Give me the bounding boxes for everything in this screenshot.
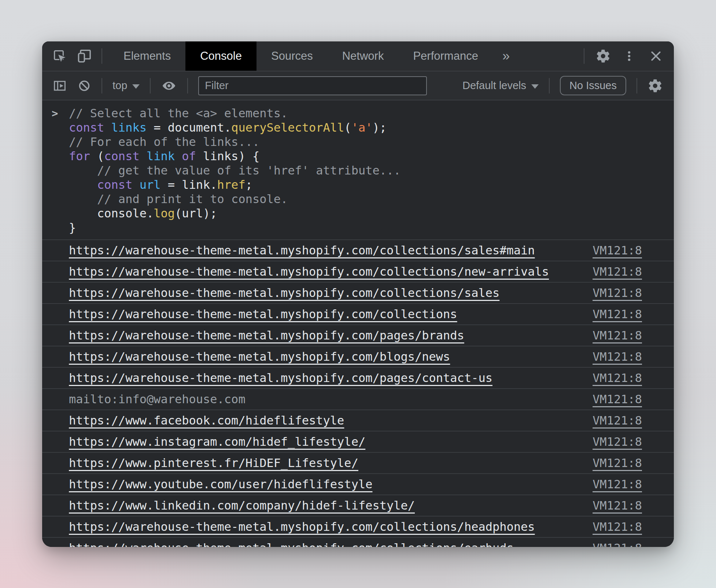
tab-console[interactable]: Console <box>185 41 256 71</box>
code-token: url <box>140 178 161 192</box>
javascript-context-dropdown[interactable]: top <box>112 80 140 92</box>
console-settings-button[interactable] <box>647 78 663 93</box>
divider <box>584 48 584 64</box>
settings-button[interactable] <box>595 48 611 64</box>
console-entry: https://warehouse-theme-metal.myshopify.… <box>42 517 674 538</box>
console-toolbar: top Default levels No Issues <box>42 71 674 100</box>
code-token: // and print it to console. <box>97 192 288 206</box>
logged-url-link[interactable]: https://warehouse-theme-metal.myshopify.… <box>69 520 535 534</box>
no-issues-button[interactable]: No Issues <box>560 76 626 95</box>
console-entry: mailto:info@warehouse.comVM121:8 <box>42 389 674 410</box>
source-location-link[interactable]: VM121:8 <box>578 414 642 427</box>
source-location-link[interactable]: VM121:8 <box>578 435 642 449</box>
code-token: link <box>147 149 175 163</box>
console-entry: https://www.pinterest.fr/HiDEF_Lifestyle… <box>42 453 674 474</box>
close-devtools-button[interactable] <box>649 49 663 63</box>
code-token: const <box>69 121 104 135</box>
console-output: https://warehouse-theme-metal.myshopify.… <box>42 239 674 547</box>
divider <box>102 48 102 64</box>
tab-performance[interactable]: Performance <box>398 41 492 71</box>
code-token: console. <box>97 206 154 220</box>
code-line: // get the value of its 'href' attribute… <box>42 163 674 178</box>
logged-url-link[interactable]: https://warehouse-theme-metal.myshopify.… <box>69 243 535 257</box>
console-entry: https://warehouse-theme-metal.myshopify.… <box>42 240 674 261</box>
source-location-link[interactable]: VM121:8 <box>578 265 642 279</box>
tab-sources[interactable]: Sources <box>256 41 328 71</box>
code-token: href <box>217 178 246 192</box>
logged-url-link[interactable]: https://warehouse-theme-metal.myshopify.… <box>69 286 499 300</box>
code-token: of <box>182 149 196 163</box>
toggle-device-toolbar-button[interactable] <box>77 48 93 64</box>
logged-url-link[interactable]: https://warehouse-theme-metal.myshopify.… <box>69 307 457 321</box>
logged-url-link[interactable]: https://warehouse-theme-metal.myshopify.… <box>69 371 492 385</box>
console-entry: https://warehouse-theme-metal.myshopify.… <box>42 538 674 547</box>
console-entry: https://warehouse-theme-metal.myshopify.… <box>42 304 674 325</box>
tab-strip: ElementsConsoleSourcesNetworkPerformance <box>109 41 493 71</box>
create-live-expression-button[interactable] <box>161 78 177 94</box>
tab-network[interactable]: Network <box>328 41 399 71</box>
log-levels-dropdown[interactable]: Default levels <box>462 80 539 92</box>
console-entry: https://www.linkedin.com/company/hidef-l… <box>42 495 674 517</box>
tab-elements[interactable]: Elements <box>109 41 185 71</box>
logged-url-link[interactable]: https://warehouse-theme-metal.myshopify.… <box>69 350 450 364</box>
code-token: links) { <box>196 149 259 163</box>
code-token: const <box>104 149 139 163</box>
clear-console-button[interactable] <box>77 79 91 93</box>
context-label: top <box>112 80 127 92</box>
code-token: links <box>111 121 147 135</box>
inspect-element-button[interactable] <box>52 49 67 63</box>
code-line: const links = document.querySelectorAll(… <box>42 121 674 135</box>
logged-url-link[interactable]: https://www.youtube.com/user/hideflifest… <box>69 477 372 491</box>
filter-input[interactable] <box>198 76 427 95</box>
console-entry: https://www.instagram.com/hidef_lifestyl… <box>42 431 674 453</box>
more-tabs-button[interactable]: » <box>493 48 519 64</box>
code-line: const url = link.href; <box>42 178 674 192</box>
gear-icon <box>595 48 611 64</box>
source-location-link[interactable]: VM121:8 <box>578 307 642 321</box>
source-location-link[interactable]: VM121:8 <box>578 350 642 364</box>
code-token: ( <box>344 121 351 135</box>
divider <box>102 78 102 93</box>
code-token <box>140 149 147 163</box>
logged-url-link[interactable]: https://www.linkedin.com/company/hidef-l… <box>69 499 415 512</box>
code-token: = document. <box>147 121 231 135</box>
show-console-sidebar-button[interactable] <box>52 78 67 93</box>
code-token: (url); <box>175 206 217 220</box>
logged-url-link[interactable]: https://warehouse-theme-metal.myshopify.… <box>69 328 464 342</box>
logged-url-link[interactable]: https://www.pinterest.fr/HiDEF_Lifestyle… <box>69 456 358 470</box>
logged-url-link[interactable]: https://www.facebook.com/hideflifestyle <box>69 414 344 427</box>
source-location-link[interactable]: VM121:8 <box>578 541 642 547</box>
code-token: // get the value of its 'href' attribute… <box>97 163 401 177</box>
code-token: ( <box>90 149 104 163</box>
console-entry: https://warehouse-theme-metal.myshopify.… <box>42 346 674 368</box>
console-entry: https://warehouse-theme-metal.myshopify.… <box>42 368 674 389</box>
code-token: ); <box>372 121 387 135</box>
code-token <box>175 149 182 163</box>
kebab-menu-icon <box>622 49 636 63</box>
source-location-link[interactable]: VM121:8 <box>578 286 642 300</box>
code-line: for (const link of links) { <box>42 149 674 163</box>
source-location-link[interactable]: VM121:8 <box>578 243 642 257</box>
chevron-down-icon <box>132 84 140 89</box>
console-messages-area: >// Select all the <a> elements.const li… <box>42 100 674 547</box>
inspect-cursor-icon <box>52 49 67 63</box>
source-location-link[interactable]: VM121:8 <box>578 499 642 512</box>
code-token: 'a' <box>351 121 373 135</box>
code-token <box>104 121 111 135</box>
source-location-link[interactable]: VM121:8 <box>578 520 642 534</box>
prompt-chevron-icon: > <box>52 106 58 120</box>
source-location-link[interactable]: VM121:8 <box>578 328 642 342</box>
customize-devtools-button[interactable] <box>622 49 636 63</box>
source-location-link[interactable]: VM121:8 <box>578 456 642 470</box>
logged-url-link[interactable]: https://warehouse-theme-metal.myshopify.… <box>69 265 549 279</box>
divider <box>150 78 151 93</box>
code-token <box>132 178 139 192</box>
source-location-link[interactable]: VM121:8 <box>578 371 642 385</box>
logged-url-link[interactable]: https://warehouse-theme-metal.myshopify.… <box>69 541 514 547</box>
chevron-down-icon <box>531 84 539 89</box>
source-location-link[interactable]: VM121:8 <box>578 477 642 491</box>
logged-url-link[interactable]: https://www.instagram.com/hidef_lifestyl… <box>69 435 365 449</box>
devtools-window: ElementsConsoleSourcesNetworkPerformance… <box>42 41 674 547</box>
divider <box>187 78 188 93</box>
source-location-link[interactable]: VM121:8 <box>578 392 642 406</box>
